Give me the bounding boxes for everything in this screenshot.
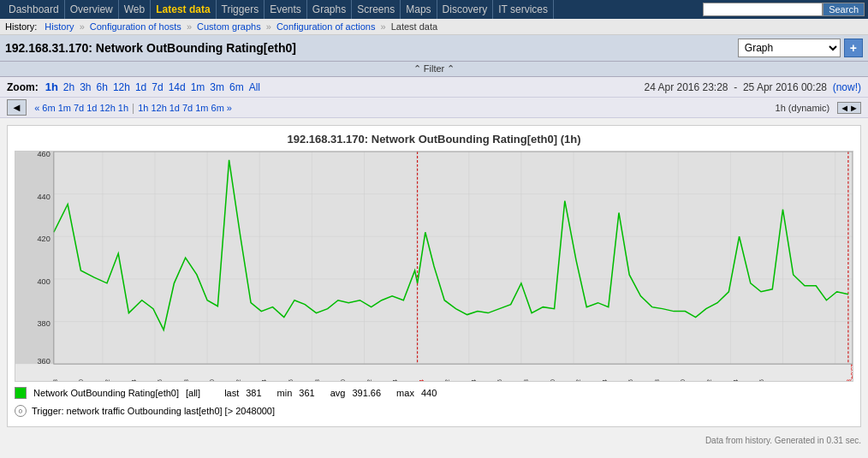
add-button[interactable]: + xyxy=(844,39,863,57)
date-range: 24 Apr 2016 23:28 - 25 Apr 2016 00:28 (n… xyxy=(644,81,861,93)
svg-text:400: 400 xyxy=(37,277,50,286)
zoom-label: Zoom: xyxy=(7,81,39,93)
prev-arrow-button[interactable]: ◄ xyxy=(7,99,27,116)
zoom-3h[interactable]: 3h xyxy=(78,81,92,93)
legend-min-value: 361 xyxy=(299,388,314,398)
nav-1d-fwd[interactable]: 1d xyxy=(169,103,180,113)
svg-text:00:22: 00:22 xyxy=(706,379,712,381)
graph-type-select[interactable]: Graph Values 500 latest values xyxy=(738,39,841,57)
nav-it-services[interactable]: IT services xyxy=(493,0,554,19)
nav-1h-fwd[interactable]: 1h xyxy=(138,103,148,113)
legend-max-label: max xyxy=(396,388,414,398)
nav-web[interactable]: Web xyxy=(119,0,151,19)
search-input[interactable] xyxy=(703,3,823,16)
svg-text:23:30: 23:30 xyxy=(78,379,84,381)
nav-latest-data[interactable]: Latest data xyxy=(151,0,216,19)
nav-7d-back[interactable]: 7d xyxy=(74,103,84,113)
zoom-1h[interactable]: 1h xyxy=(44,80,60,93)
nav-1m-fwd[interactable]: 1m xyxy=(195,103,208,113)
svg-text:23:50: 23:50 xyxy=(340,379,346,381)
zoom-6h[interactable]: 6h xyxy=(95,81,110,93)
breadcrumb-config-actions[interactable]: Configuration of actions xyxy=(276,21,376,32)
nav-1d-back[interactable]: 1d xyxy=(86,103,97,113)
nav-12h-back[interactable]: 12h xyxy=(99,103,115,113)
zoom-12h[interactable]: 12h xyxy=(111,81,132,93)
svg-text:24.04 23:28: 24.04 23:28 xyxy=(52,379,58,381)
svg-text:23:38: 23:38 xyxy=(183,379,189,381)
zoom-bar: Zoom: 1h 2h 3h 6h 12h 1d 7d 14d 1m 3m 6m… xyxy=(0,77,868,98)
nav-1h-back[interactable]: 1h xyxy=(118,103,128,113)
bc-arrow-4: » xyxy=(378,21,388,32)
nav-6m-back[interactable]: 6m xyxy=(42,103,55,113)
breadcrumb-current: Latest data xyxy=(391,21,437,32)
page-title: 192.168.31.170: Network OutBounding Rati… xyxy=(5,41,296,55)
zoom-2h[interactable]: 2h xyxy=(62,81,76,93)
search-button[interactable]: Search xyxy=(823,3,865,16)
nav-12h-fwd[interactable]: 12h xyxy=(151,103,166,113)
nav-events[interactable]: Events xyxy=(265,0,307,19)
nav-arrows-bar: ◄ « 6m 1m 7d 1d 12h 1h | 1h 12h 1d 7d 1m… xyxy=(0,98,868,118)
breadcrumb-custom-graphs[interactable]: Custom graphs xyxy=(197,21,261,32)
now-link[interactable]: (now!) xyxy=(833,81,861,93)
top-navigation: Dashboard Overview Web Latest data Trigg… xyxy=(0,0,868,19)
svg-text:23:36: 23:36 xyxy=(157,379,163,381)
svg-text:380: 380 xyxy=(37,320,50,329)
legend-max-value: 440 xyxy=(421,388,437,398)
zoom-all[interactable]: All xyxy=(247,81,262,93)
legend-series-row: Network OutBounding Rating[eth0] [all] l… xyxy=(15,387,853,399)
page-header: 192.168.31.170: Network OutBounding Rati… xyxy=(0,35,868,62)
svg-text:460: 460 xyxy=(37,152,50,158)
svg-text:00:10: 00:10 xyxy=(550,379,556,381)
legend-qualifier: [all] xyxy=(186,388,200,398)
double-next-link[interactable]: » xyxy=(227,103,232,113)
filter-bar[interactable]: ⌃ Filter ⌃ xyxy=(0,62,868,77)
zoom-6m[interactable]: 6m xyxy=(228,81,246,93)
zoom-3m[interactable]: 3m xyxy=(208,81,226,93)
svg-text:00:16: 00:16 xyxy=(627,379,633,381)
legend-avg-label: avg xyxy=(330,388,346,398)
nav-triggers[interactable]: Triggers xyxy=(217,0,265,19)
legend-last-label: last xyxy=(224,388,239,398)
nav-dashboard[interactable]: Dashboard xyxy=(3,0,65,19)
svg-text:23:46: 23:46 xyxy=(288,379,294,381)
legend-series-label: Network OutBounding Rating[eth0] xyxy=(33,388,179,398)
svg-text:23:42: 23:42 xyxy=(235,379,241,381)
zoom-out-button[interactable]: ◄► xyxy=(837,102,861,114)
nav-discovery[interactable]: Discovery xyxy=(437,0,494,19)
nav-left: ◄ « 6m 1m 7d 1d 12h 1h | 1h 12h 1d 7d 1m… xyxy=(7,99,232,116)
nav-1m-back[interactable]: 1m xyxy=(58,103,71,113)
double-prev-link[interactable]: « xyxy=(34,103,39,113)
svg-text:23:40: 23:40 xyxy=(209,379,215,381)
graph-inner: 192.168.31.170: Network OutBounding Rati… xyxy=(15,133,853,419)
nav-sep: | xyxy=(132,102,134,114)
nav-overview[interactable]: Overview xyxy=(65,0,119,19)
svg-text:00:12: 00:12 xyxy=(575,379,581,381)
breadcrumb-config-hosts[interactable]: Configuration of hosts xyxy=(90,21,181,32)
svg-text:00:04: 00:04 xyxy=(471,379,477,381)
svg-text:23:32: 23:32 xyxy=(104,379,110,381)
chart-area[interactable]: 460 440 420 400 380 360 24.04 23:28 23:3… xyxy=(15,151,853,382)
zoom-1m[interactable]: 1m xyxy=(189,81,207,93)
search-container: Search xyxy=(703,3,865,16)
breadcrumb-history[interactable]: History xyxy=(45,21,74,32)
svg-text:440: 440 xyxy=(37,193,50,201)
dynamic-period-label: 1h (dynamic) xyxy=(776,103,830,113)
nav-graphs[interactable]: Graphs xyxy=(307,0,352,19)
nav-right: 1h (dynamic) ◄► xyxy=(776,102,861,114)
svg-rect-1 xyxy=(15,152,54,364)
zoom-1d[interactable]: 1d xyxy=(134,81,148,93)
nav-screens[interactable]: Screens xyxy=(352,0,401,19)
zoom-14d[interactable]: 14d xyxy=(167,81,187,93)
nav-maps[interactable]: Maps xyxy=(401,0,437,19)
date-from: 24 Apr 2016 23:28 xyxy=(644,81,728,93)
bc-arrow-1: » xyxy=(77,21,87,32)
nav-6m-fwd[interactable]: 6m xyxy=(211,103,224,113)
svg-text:00:18: 00:18 xyxy=(654,379,660,381)
svg-text:00:26: 00:26 xyxy=(758,379,764,381)
svg-text:00:02: 00:02 xyxy=(444,379,450,381)
zoom-7d[interactable]: 7d xyxy=(150,81,164,93)
nav-7d-fwd[interactable]: 7d xyxy=(182,103,193,113)
trigger-icon: ○ xyxy=(15,405,27,417)
zoom-controls: Zoom: 1h 2h 3h 6h 12h 1d 7d 14d 1m 3m 6m… xyxy=(7,80,262,93)
footer-note: Data from history. Generated in 0.31 sec… xyxy=(0,434,868,449)
